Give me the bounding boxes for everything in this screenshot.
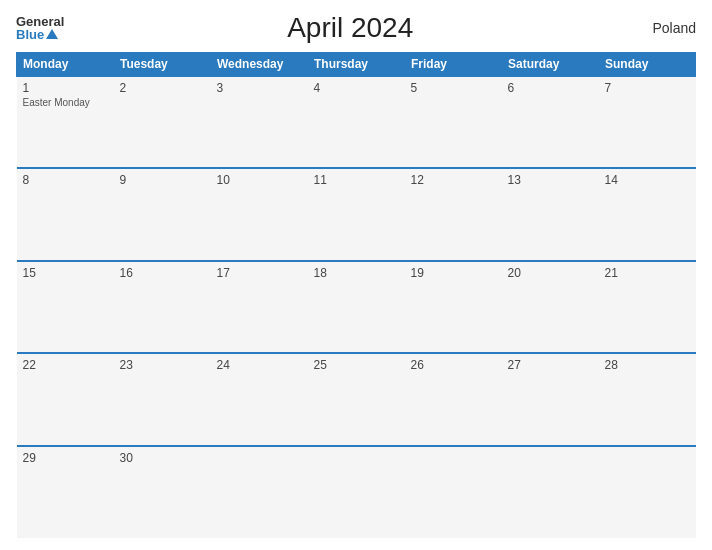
calendar-cell: 3 (211, 76, 308, 168)
calendar-week-row: 2930 (17, 446, 696, 538)
col-sunday: Sunday (599, 53, 696, 77)
calendar-cell: 23 (114, 353, 211, 445)
calendar-title: April 2024 (64, 12, 636, 44)
day-number: 15 (23, 266, 108, 280)
calendar-cell: 18 (308, 261, 405, 353)
calendar-week-row: 22232425262728 (17, 353, 696, 445)
day-number: 8 (23, 173, 108, 187)
calendar-cell: 21 (599, 261, 696, 353)
header: General Blue April 2024 Poland (16, 12, 696, 44)
day-number: 26 (411, 358, 496, 372)
day-number: 27 (508, 358, 593, 372)
calendar-cell (405, 446, 502, 538)
calendar-cell: 6 (502, 76, 599, 168)
calendar-cell: 30 (114, 446, 211, 538)
calendar-cell: 9 (114, 168, 211, 260)
calendar-cell (308, 446, 405, 538)
calendar-cell: 16 (114, 261, 211, 353)
calendar-cell: 24 (211, 353, 308, 445)
calendar-cell: 7 (599, 76, 696, 168)
calendar-cell: 2 (114, 76, 211, 168)
calendar-cell: 26 (405, 353, 502, 445)
calendar-cell: 20 (502, 261, 599, 353)
day-number: 9 (120, 173, 205, 187)
day-number: 6 (508, 81, 593, 95)
calendar-cell: 8 (17, 168, 114, 260)
calendar-cell: 4 (308, 76, 405, 168)
day-number: 22 (23, 358, 108, 372)
day-number: 11 (314, 173, 399, 187)
day-number: 21 (605, 266, 690, 280)
weekday-header-row: Monday Tuesday Wednesday Thursday Friday… (17, 53, 696, 77)
calendar-cell: 5 (405, 76, 502, 168)
calendar-cell: 19 (405, 261, 502, 353)
calendar-cell: 13 (502, 168, 599, 260)
calendar-cell (211, 446, 308, 538)
day-number: 16 (120, 266, 205, 280)
calendar-cell: 14 (599, 168, 696, 260)
day-number: 25 (314, 358, 399, 372)
day-number: 1 (23, 81, 108, 95)
day-number: 14 (605, 173, 690, 187)
calendar-cell: 11 (308, 168, 405, 260)
calendar-cell: 12 (405, 168, 502, 260)
day-number: 4 (314, 81, 399, 95)
calendar-cell: 28 (599, 353, 696, 445)
day-number: 10 (217, 173, 302, 187)
calendar-cell: 17 (211, 261, 308, 353)
day-number: 5 (411, 81, 496, 95)
logo: General Blue (16, 15, 64, 41)
day-number: 13 (508, 173, 593, 187)
calendar-cell: 22 (17, 353, 114, 445)
calendar-cell: 10 (211, 168, 308, 260)
col-monday: Monday (17, 53, 114, 77)
calendar-table: Monday Tuesday Wednesday Thursday Friday… (16, 52, 696, 538)
col-thursday: Thursday (308, 53, 405, 77)
logo-blue-text: Blue (16, 28, 64, 41)
calendar-cell (502, 446, 599, 538)
day-number: 17 (217, 266, 302, 280)
calendar-cell: 29 (17, 446, 114, 538)
calendar-cell: 25 (308, 353, 405, 445)
col-tuesday: Tuesday (114, 53, 211, 77)
calendar-week-row: 1Easter Monday234567 (17, 76, 696, 168)
calendar-cell: 15 (17, 261, 114, 353)
day-number: 20 (508, 266, 593, 280)
calendar-cell (599, 446, 696, 538)
day-number: 2 (120, 81, 205, 95)
day-number: 23 (120, 358, 205, 372)
col-friday: Friday (405, 53, 502, 77)
calendar-week-row: 891011121314 (17, 168, 696, 260)
day-number: 29 (23, 451, 108, 465)
day-number: 18 (314, 266, 399, 280)
day-number: 12 (411, 173, 496, 187)
col-wednesday: Wednesday (211, 53, 308, 77)
calendar-week-row: 15161718192021 (17, 261, 696, 353)
calendar-cell: 27 (502, 353, 599, 445)
calendar-cell: 1Easter Monday (17, 76, 114, 168)
country-label: Poland (636, 20, 696, 36)
day-event: Easter Monday (23, 97, 108, 108)
day-number: 7 (605, 81, 690, 95)
day-number: 30 (120, 451, 205, 465)
day-number: 24 (217, 358, 302, 372)
calendar-page: General Blue April 2024 Poland Monday Tu… (0, 0, 712, 550)
day-number: 3 (217, 81, 302, 95)
day-number: 19 (411, 266, 496, 280)
col-saturday: Saturday (502, 53, 599, 77)
logo-triangle-icon (46, 29, 58, 39)
day-number: 28 (605, 358, 690, 372)
